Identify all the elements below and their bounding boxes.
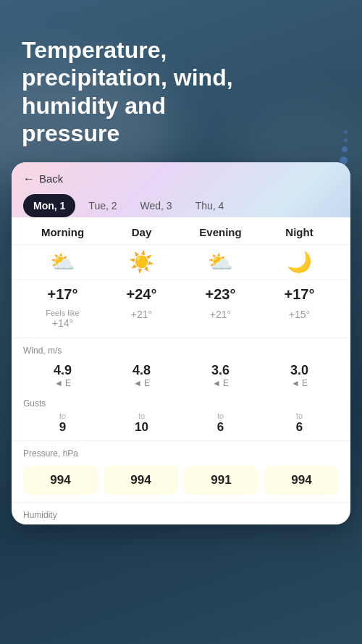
temp-night: +17° [260,283,339,306]
weather-icons-row: ⛅ ☀️ ⛅ 🌙 [12,245,350,280]
wind-section-label: Wind, m/s [12,338,350,357]
day-tab-thu[interactable]: Thu, 4 [185,194,235,217]
back-label: Back [39,172,63,185]
back-arrow-icon: ← [23,172,35,185]
weather-icon-night: 🌙 [287,252,312,272]
pressure-evening: 991 [184,466,258,495]
day-tab-tue[interactable]: Tue, 2 [78,194,127,217]
back-button[interactable]: ← Back [23,172,339,185]
card-header: ← Back Mon, 1 Tue, 2 Wed, 3 Thu, 4 [12,162,350,217]
page-title: Temperature, precipitation, wind, humidi… [22,36,340,148]
gusts-day: to 10 [102,411,181,435]
pressure-morning: 994 [23,466,98,495]
weather-cell-morning: ⛅ [23,252,102,272]
wind-morning: 4.9 ◄ E [23,360,102,391]
pressure-row: 994 994 991 994 [12,463,350,503]
time-morning: Morning [23,226,102,238]
gusts-night: to 6 [260,411,339,435]
feels-like-block: Feels like +14° +21° +21° +15° [12,309,350,338]
wind-night: 3.0 ◄ E [260,360,339,391]
day-tab-wed[interactable]: Wed, 3 [130,194,182,217]
header-text: Temperature, precipitation, wind, humidi… [0,0,362,162]
feels-grid: Feels like +14° +21° +21° +15° [23,309,339,329]
weather-cell-evening: ⛅ [181,252,260,272]
time-night: Night [260,226,339,238]
feels-night: +15° [260,309,339,329]
gusts-row: to 9 to 10 to 6 to 6 [12,410,350,441]
pressure-label: Pressure, hPa [12,441,350,463]
day-tab-mon[interactable]: Mon, 1 [23,194,75,217]
wind-values-row: 4.9 ◄ E 4.8 ◄ E 3.6 ◄ E 3.0 ◄ E [12,357,350,394]
temp-morning: +17° [23,283,102,306]
weather-cell-night: 🌙 [260,252,339,272]
gusts-morning: to 9 [23,411,102,435]
weather-icon-evening: ⛅ [208,252,233,272]
temp-evening: +23° [181,283,260,306]
weather-icon-day: ☀️ [129,252,154,272]
gusts-evening: to 6 [181,411,260,435]
weather-icon-morning: ⛅ [50,252,75,272]
time-day: Day [102,226,181,238]
feels-evening: +21° [181,309,260,329]
temp-day: +24° [102,283,181,306]
feels-day: +21° [102,309,181,329]
gusts-label: Gusts [12,394,350,410]
pressure-day: 994 [104,466,178,495]
temps-row: +17° +24° +23° +17° [12,280,350,309]
time-header: Morning Day Evening Night [12,217,350,245]
day-tabs: Mon, 1 Tue, 2 Wed, 3 Thu, 4 [23,194,339,217]
weather-card: ← Back Mon, 1 Tue, 2 Wed, 3 Thu, 4 Morni… [12,162,350,524]
wind-day: 4.8 ◄ E [102,360,181,391]
humidity-label: Humidity [12,503,350,524]
time-evening: Evening [181,226,260,238]
weather-cell-day: ☀️ [102,252,181,272]
feels-morning: Feels like +14° [23,309,102,329]
pressure-night: 994 [264,466,339,495]
wind-evening: 3.6 ◄ E [181,360,260,391]
